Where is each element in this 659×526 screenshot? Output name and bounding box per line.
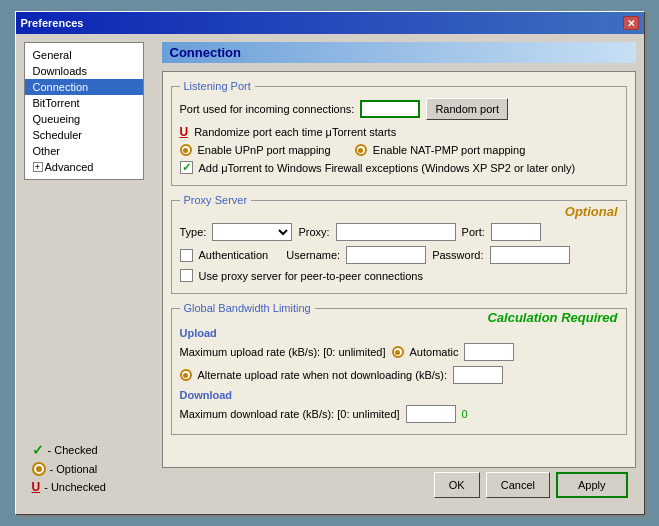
proxy-port-label: Port: [462, 226, 485, 238]
username-label: Username: [286, 249, 340, 261]
legend-unchecked: U - Unchecked [32, 480, 146, 494]
port-label: Port used for incoming connections: [180, 103, 355, 115]
listening-port-group: Listening Port Port used for incoming co… [171, 80, 627, 186]
cancel-button[interactable]: Cancel [486, 472, 550, 498]
proxy-type-row: Type: Proxy: Port: [180, 223, 618, 241]
sidebar-item-bittorrent[interactable]: BitTorrent [25, 95, 143, 111]
firewall-label: Add μTorrent to Windows Firewall excepti… [199, 162, 576, 174]
randomize-label: Randomize port each time μTorrent starts [194, 126, 396, 138]
alternate-radio-icon [180, 369, 192, 381]
firewall-row: ✓ Add μTorrent to Windows Firewall excep… [180, 161, 618, 174]
firewall-checkbox[interactable]: ✓ [180, 161, 193, 174]
section-title: Connection [170, 45, 242, 60]
upnp-optional-icon [180, 144, 192, 156]
window-body: General Downloads Connection BitTorrent … [16, 34, 644, 514]
randomize-row: U Randomize port each time μTorrent star… [180, 125, 618, 139]
ok-button[interactable]: OK [434, 472, 480, 498]
natpmp-optional-icon [355, 144, 367, 156]
automatic-radio-icon [392, 346, 404, 358]
close-button[interactable]: ✕ [623, 16, 639, 30]
legend-checked-label: - Checked [48, 444, 98, 456]
alternate-upload-row: Alternate upload rate when not downloadi… [180, 366, 618, 384]
max-download-label: Maximum download rate (kB/s): [0: unlimi… [180, 408, 400, 420]
p2p-proxy-label: Use proxy server for peer-to-peer connec… [199, 270, 423, 282]
sidebar-item-scheduler[interactable]: Scheduler [25, 127, 143, 143]
expand-icon: + [33, 162, 43, 172]
alternate-upload-input[interactable] [453, 366, 503, 384]
optional-icon [32, 462, 46, 476]
proxy-label: Proxy: [298, 226, 329, 238]
proxy-input[interactable] [336, 223, 456, 241]
max-upload-row: Maximum upload rate (kB/s): [0: unlimite… [180, 343, 618, 361]
legend-checked: ✓ - Checked [32, 442, 146, 458]
upload-section-label: Upload [180, 327, 217, 339]
max-upload-label: Maximum upload rate (kB/s): [0: unlimite… [180, 346, 386, 358]
legend-area: ✓ - Checked - Optional U - Unchecked [24, 434, 154, 506]
unchecked-icon: U [32, 480, 41, 494]
footer-buttons: OK Cancel Apply [162, 468, 636, 506]
sidebar-item-connection[interactable]: Connection [25, 79, 143, 95]
preferences-window: Preferences ✕ General Downloads Connecti… [15, 11, 645, 515]
randomize-u-icon: U [180, 125, 189, 139]
checkmark-icon: ✓ [32, 442, 44, 458]
sidebar-item-queueing[interactable]: Queueing [25, 111, 143, 127]
legend-optional: - Optional [32, 462, 146, 476]
port-input[interactable] [360, 100, 420, 118]
password-label: Password: [432, 249, 483, 261]
p2p-proxy-row: Use proxy server for peer-to-peer connec… [180, 269, 618, 282]
max-upload-input[interactable] [464, 343, 514, 361]
sidebar-tree: General Downloads Connection BitTorrent … [25, 47, 143, 175]
listening-port-legend: Listening Port [180, 80, 255, 92]
proxy-port-input[interactable] [491, 223, 541, 241]
content-area: Listening Port Port used for incoming co… [162, 71, 636, 468]
max-download-input[interactable] [406, 405, 456, 423]
download-section-label: Download [180, 389, 233, 401]
password-input[interactable] [490, 246, 570, 264]
legend-unchecked-label: - Unchecked [44, 481, 106, 493]
random-port-button[interactable]: Random port [426, 98, 508, 120]
sidebar-item-other[interactable]: Other [25, 143, 143, 159]
alternate-label: Alternate upload rate when not downloadi… [198, 369, 448, 381]
max-download-row: Maximum download rate (kB/s): [0: unlimi… [180, 405, 618, 423]
bandwidth-legend: Global Bandwidth Limiting [180, 302, 315, 314]
automatic-label: Automatic [410, 346, 459, 358]
p2p-proxy-checkbox[interactable] [180, 269, 193, 282]
upnp-row: Enable UPnP port mapping Enable NAT-PMP … [180, 144, 618, 156]
legend-optional-label: - Optional [50, 463, 98, 475]
calc-required-text: Calculation Required [487, 310, 617, 325]
sidebar-item-general[interactable]: General [25, 47, 143, 63]
proxy-server-group: Proxy Server Optional Type: Proxy: Port: [171, 194, 627, 294]
sidebar: General Downloads Connection BitTorrent … [24, 42, 144, 180]
section-header: Connection [162, 42, 636, 63]
apply-button[interactable]: Apply [556, 472, 628, 498]
title-bar: Preferences ✕ [16, 12, 644, 34]
upnp-label: Enable UPnP port mapping [198, 144, 331, 156]
port-row: Port used for incoming connections: Rand… [180, 98, 618, 120]
username-input[interactable] [346, 246, 426, 264]
main-content: Connection Listening Port Port used for … [162, 42, 636, 506]
auth-checkbox[interactable] [180, 249, 193, 262]
proxy-server-legend: Proxy Server [180, 194, 252, 206]
window-title: Preferences [21, 17, 84, 29]
natpmp-label: Enable NAT-PMP port mapping [373, 144, 525, 156]
proxy-type-select[interactable] [212, 223, 292, 241]
download-value: 0 [462, 408, 468, 420]
auth-row: Authentication Username: Password: [180, 246, 618, 264]
auth-label: Authentication [199, 249, 269, 261]
type-label: Type: [180, 226, 207, 238]
bandwidth-group: Global Bandwidth Limiting Calculation Re… [171, 302, 627, 435]
sidebar-item-advanced[interactable]: + Advanced [25, 159, 143, 175]
optional-text: Optional [565, 204, 618, 219]
sidebar-item-downloads[interactable]: Downloads [25, 63, 143, 79]
